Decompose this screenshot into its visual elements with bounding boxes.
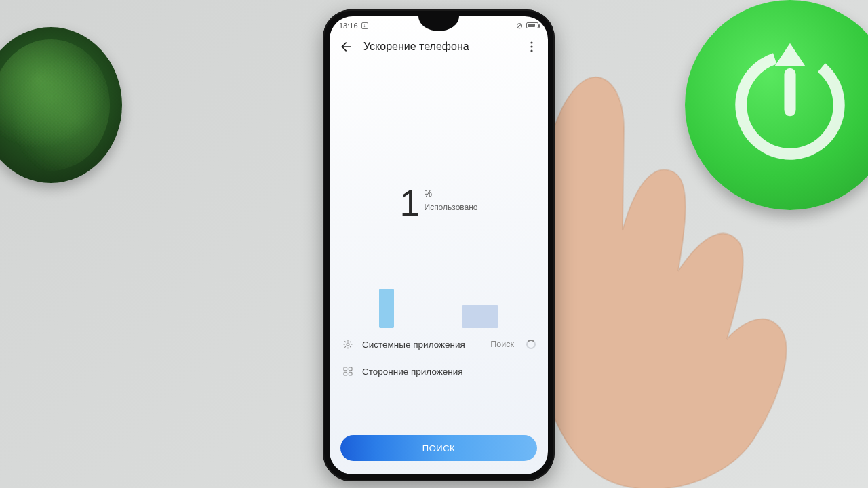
row-system-apps-label: Системные приложения [362, 340, 482, 350]
download-indicator-icon: ↓ [361, 22, 368, 29]
phone-screen: 13:16 ↓ ⊘ Ускорение телефона 1 [330, 16, 548, 474]
bar-system-apps [379, 289, 394, 328]
phone-frame: 13:16 ↓ ⊘ Ускорение телефона 1 [323, 9, 555, 481]
svg-point-4 [530, 45, 532, 47]
svg-rect-10 [349, 372, 352, 375]
row-third-party-apps-label: Сторонние приложения [362, 367, 536, 377]
page-title: Ускорение телефона [363, 41, 515, 53]
svg-rect-7 [344, 367, 347, 371]
loading-spinner-icon [526, 340, 536, 349]
status-time: 13:16 [339, 22, 358, 30]
svg-rect-8 [349, 367, 352, 371]
overflow-menu-button[interactable] [525, 41, 538, 52]
power-refresh-icon [726, 41, 854, 169]
third-party-apps-icon [342, 365, 354, 378]
green-power-disc-prop [685, 0, 868, 210]
plant-photo-prop [0, 27, 122, 183]
app-bar: Ускорение телефона [330, 33, 548, 60]
svg-point-6 [347, 343, 349, 346]
back-button[interactable] [339, 39, 354, 54]
svg-point-3 [530, 41, 532, 43]
svg-point-5 [530, 49, 532, 52]
app-categories-list: Системные приложения Поиск Сторонние при… [330, 331, 548, 385]
row-third-party-apps[interactable]: Сторонние приложения [340, 358, 537, 385]
usage-bars [330, 274, 548, 328]
usage-label: Использовано [425, 203, 478, 212]
scan-button-label: ПОИСК [422, 443, 455, 453]
more-vert-icon [530, 41, 533, 52]
bar-third-party-apps [462, 305, 498, 328]
no-sim-icon: ⊘ [516, 21, 523, 30]
scan-button[interactable]: ПОИСК [340, 435, 537, 461]
svg-marker-1 [774, 43, 806, 66]
usage-percent-unit: % [425, 188, 478, 199]
row-system-apps[interactable]: Системные приложения Поиск [340, 331, 537, 358]
battery-icon [526, 22, 538, 28]
arrow-left-icon [340, 40, 353, 54]
system-apps-icon [342, 338, 354, 350]
usage-summary: 1 % Использовано [330, 184, 548, 221]
usage-percent-value: 1 [399, 184, 420, 221]
svg-rect-9 [344, 372, 347, 375]
row-system-apps-meta: Поиск [490, 340, 514, 349]
